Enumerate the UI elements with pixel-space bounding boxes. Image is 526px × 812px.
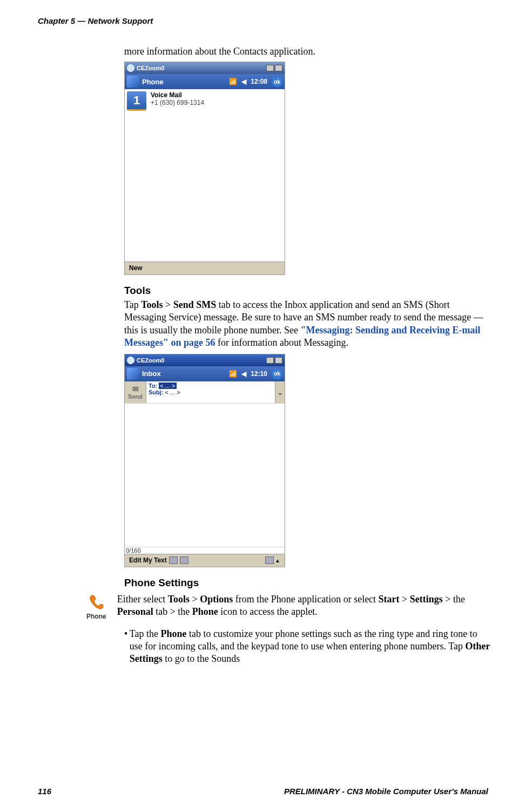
bottom-bar: New bbox=[125, 261, 285, 274]
maximize-icon bbox=[275, 65, 282, 71]
phone-settings-heading: Phone Settings bbox=[124, 577, 491, 589]
window-title: CEZoom0 bbox=[137, 65, 164, 71]
intro-text: more information about the Contacts appl… bbox=[124, 46, 491, 57]
screenshot-phone-voicemail: CEZoom0 Phone 📶 ◀ 12:08 ok 1 Voice Mail … bbox=[124, 62, 285, 275]
window-title: CEZoom0 bbox=[137, 357, 164, 364]
arrow-up-icon: ▲ bbox=[275, 558, 280, 563]
phone-app-bar: Phone 📶 ◀ 12:08 ok bbox=[125, 74, 285, 89]
page-footer: 116 PRELIMINARY - CN3 Mobile Computer Us… bbox=[38, 787, 488, 796]
inbox-app-bar: Inbox 📶 ◀ 12:10 ok bbox=[125, 366, 285, 381]
voicemail-title: Voice Mail bbox=[151, 91, 204, 99]
clock-time: 12:08 bbox=[251, 78, 267, 85]
page-header: Chapter 5 — Network Support bbox=[38, 16, 153, 25]
signal-icon: 📶 bbox=[229, 370, 237, 378]
keyboard-icon bbox=[265, 556, 274, 564]
phone-settings-paragraph: Either select Tools > Options from the P… bbox=[117, 593, 491, 619]
speed-dial-number: 1 bbox=[127, 91, 146, 111]
ok-button: ok bbox=[272, 76, 282, 87]
edit-my-text-label: Edit My Text bbox=[129, 556, 167, 564]
windows-icon bbox=[127, 368, 139, 380]
footer-title: PRELIMINARY - CN3 Mobile Computer User's… bbox=[284, 787, 488, 796]
signal-icon: 📶 bbox=[229, 78, 237, 85]
voicemail-item: 1 Voice Mail +1 (630) 699-1314 bbox=[125, 89, 285, 113]
tools-heading: Tools bbox=[124, 285, 491, 297]
app-title: Inbox bbox=[142, 370, 161, 378]
page-content: more information about the Contacts appl… bbox=[124, 46, 491, 666]
char-counter: 0/160 bbox=[125, 547, 285, 554]
screenshot-inbox-sms: CEZoom0 Inbox 📶 ◀ 12:10 ok ✉ Send To: < … bbox=[124, 354, 285, 567]
phone-icon-column: Phone bbox=[86, 593, 106, 620]
toolbar-icon bbox=[180, 556, 188, 564]
phone-icon bbox=[87, 593, 105, 610]
window-controls bbox=[266, 65, 282, 71]
volume-icon: ◀ bbox=[241, 370, 246, 378]
ok-button: ok bbox=[272, 368, 282, 379]
phone-icon-label: Phone bbox=[86, 613, 106, 620]
to-label: To: bbox=[149, 382, 157, 389]
windows-icon bbox=[127, 76, 139, 88]
tools-paragraph: Tap Tools > Send SMS tab to access the I… bbox=[124, 299, 491, 350]
maximize-icon bbox=[275, 357, 282, 364]
subj-field: < ... > bbox=[164, 389, 180, 395]
volume-icon: ◀ bbox=[241, 78, 246, 85]
subj-label: Subj: bbox=[149, 389, 164, 395]
chevron-down-icon: ⌄ bbox=[275, 381, 285, 403]
send-button: ✉ Send bbox=[125, 381, 146, 403]
window-controls bbox=[266, 357, 282, 364]
toolbar-icon bbox=[169, 556, 178, 564]
window-titlebar: CEZoom0 bbox=[125, 62, 285, 74]
app-icon bbox=[127, 357, 134, 364]
minimize-icon bbox=[266, 65, 274, 71]
minimize-icon bbox=[266, 357, 274, 364]
app-icon bbox=[127, 64, 134, 72]
voicemail-number: +1 (630) 699-1314 bbox=[151, 99, 204, 106]
bullet-item: • Tap the Phone tab to customize your ph… bbox=[124, 628, 491, 666]
page-number: 116 bbox=[38, 787, 51, 796]
compose-header: ✉ Send To: < ... > Subj: < ... > ⌄ bbox=[125, 381, 285, 404]
app-title: Phone bbox=[142, 78, 164, 86]
bullet-marker: • bbox=[124, 628, 130, 666]
bottom-bar: Edit My Text ▲ bbox=[125, 554, 285, 567]
clock-time: 12:10 bbox=[251, 370, 267, 378]
to-field: < ... > bbox=[159, 382, 176, 389]
window-titlebar: CEZoom0 bbox=[125, 354, 285, 366]
